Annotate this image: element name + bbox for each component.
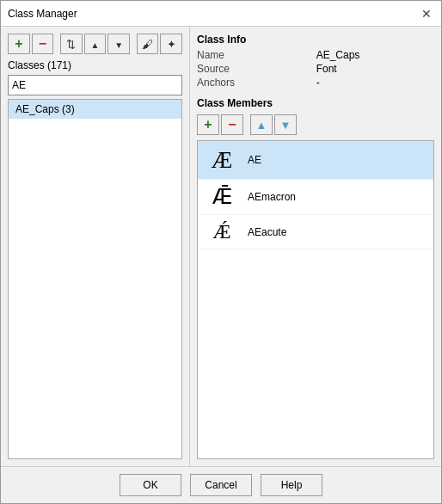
member-glyph: Æ	[206, 146, 237, 174]
classes-label: Classes (171)	[8, 59, 182, 71]
member-item[interactable]: Ǣ AEmacron	[198, 180, 433, 215]
class-manager-window: Class Manager ✕ + − ⇅ 🖌	[0, 0, 442, 504]
help-button[interactable]: Help	[261, 474, 322, 496]
anchors-label: Anchors	[197, 77, 310, 89]
add-member-button[interactable]: +	[197, 114, 219, 135]
search-input[interactable]	[8, 75, 182, 95]
sort-icon: ⇅	[66, 38, 76, 51]
list-item[interactable]: AE_Caps (3)	[9, 100, 181, 119]
wand-icon: ✦	[167, 38, 176, 51]
left-toolbar: + − ⇅ 🖌 ✦	[8, 34, 182, 54]
member-glyph: Ǣ	[206, 185, 237, 209]
member-name: AE	[248, 154, 261, 166]
source-label: Source	[197, 63, 310, 75]
class-info-title: Class Info	[197, 34, 434, 46]
member-down-icon: ▼	[280, 119, 292, 132]
add-class-button[interactable]: +	[8, 34, 30, 54]
arrow-up-icon	[91, 38, 100, 51]
window-title: Class Manager	[8, 8, 77, 20]
move-up-button[interactable]	[84, 34, 107, 54]
member-up-button[interactable]: ▲	[250, 114, 273, 135]
paint-button[interactable]: 🖌	[137, 34, 159, 54]
title-bar: Class Manager ✕	[1, 1, 441, 27]
wand-button[interactable]: ✦	[160, 34, 182, 54]
arrow-down-icon	[114, 38, 123, 51]
source-value: Font	[316, 63, 434, 75]
class-info-section: Class Info Name AE_Caps Source Font Anch…	[197, 34, 434, 89]
info-table: Name AE_Caps Source Font Anchors -	[197, 49, 434, 89]
name-value: AE_Caps	[316, 49, 434, 61]
main-content: + − ⇅ 🖌 ✦ Classes	[1, 27, 441, 466]
anchors-value: -	[316, 77, 434, 89]
name-label: Name	[197, 49, 310, 61]
classes-list: AE_Caps (3)	[8, 99, 182, 459]
sort-button[interactable]: ⇅	[60, 34, 83, 54]
ok-button[interactable]: OK	[120, 474, 181, 496]
left-panel: + − ⇅ 🖌 ✦ Classes	[1, 27, 190, 466]
member-item[interactable]: Ǽ AEacute	[198, 215, 433, 249]
member-name: AEmacron	[248, 191, 296, 203]
member-down-button[interactable]: ▼	[274, 114, 297, 135]
members-list: Æ AE Ǣ AEmacron Ǽ AEacute	[197, 140, 434, 459]
paint-icon: 🖌	[142, 38, 153, 51]
member-name: AEacute	[248, 226, 286, 238]
right-panel: Class Info Name AE_Caps Source Font Anch…	[190, 27, 441, 466]
remove-class-button[interactable]: −	[32, 34, 54, 54]
move-down-button[interactable]	[107, 34, 130, 54]
remove-member-button[interactable]: −	[221, 114, 243, 135]
footer: OK Cancel Help	[1, 466, 441, 503]
member-item[interactable]: Æ AE	[198, 141, 433, 180]
member-glyph: Ǽ	[206, 220, 237, 243]
close-button[interactable]: ✕	[419, 6, 434, 22]
members-toolbar: + − ▲ ▼	[197, 114, 434, 135]
class-members-title: Class Members	[197, 97, 434, 109]
cancel-button[interactable]: Cancel	[190, 474, 252, 496]
member-up-icon: ▲	[256, 119, 267, 132]
